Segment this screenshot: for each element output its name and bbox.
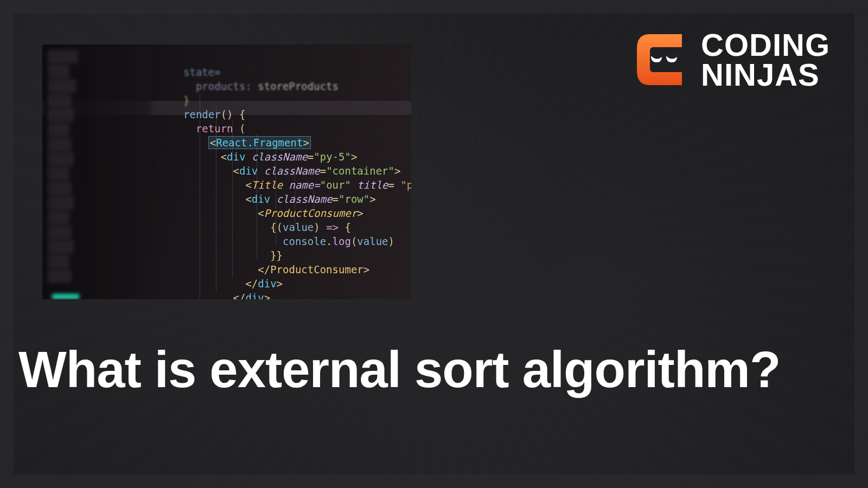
gutter-accent-icon: [52, 294, 79, 299]
code-content: state= products: storeProducts } render(…: [183, 51, 411, 299]
code-editor-panel: state= products: storeProducts } render(…: [42, 44, 411, 299]
brand-line-1: CODING: [701, 30, 830, 60]
brand-line-2: NINJAS: [701, 60, 830, 89]
code-gutter: [42, 44, 151, 299]
brand-text: CODING NINJAS: [701, 30, 830, 89]
logo-mark-icon: [630, 30, 690, 89]
headline-text: What is external sort algorithm?: [18, 341, 780, 399]
brand-logo: CODING NINJAS: [630, 30, 830, 89]
